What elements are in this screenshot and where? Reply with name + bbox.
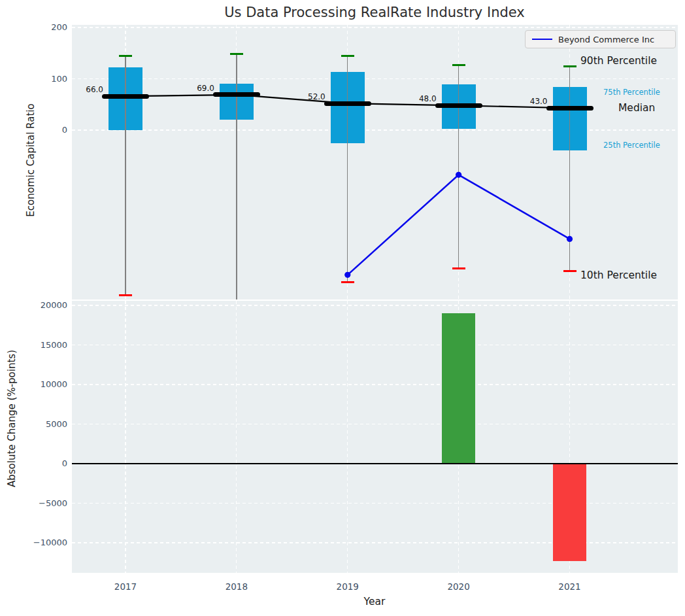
annotation-median: Median bbox=[618, 102, 655, 114]
bottom-gridline bbox=[72, 305, 678, 305]
bottom-gridline bbox=[72, 345, 678, 345]
median-value-label: 66.0 bbox=[75, 85, 103, 94]
median-value-label: 48.0 bbox=[408, 94, 437, 103]
top-y-tick-label: 0 bbox=[28, 125, 67, 135]
x-tick-label: 2021 bbox=[550, 581, 590, 592]
zero-line bbox=[72, 463, 678, 464]
figure: Us Data Processing RealRate Industry Ind… bbox=[0, 0, 685, 616]
bottom-gridline bbox=[72, 542, 678, 543]
legend-line-sample bbox=[532, 39, 552, 40]
median-bar bbox=[102, 94, 149, 99]
change-bar-negative bbox=[553, 464, 586, 561]
change-bar-positive bbox=[442, 313, 475, 464]
bottom-gridline bbox=[72, 424, 678, 424]
bottom-y-tick-label: 15000 bbox=[8, 340, 67, 351]
legend-label: Beyond Commerce Inc bbox=[558, 35, 654, 44]
top-y-tick-label: 200 bbox=[28, 22, 67, 33]
bottom-y-tick-label: 20000 bbox=[8, 300, 67, 311]
bottom-panel bbox=[72, 301, 678, 573]
x-tick-label: 2020 bbox=[439, 581, 478, 592]
bottom-y-tick-label: 5000 bbox=[8, 419, 67, 430]
median-value-label: 52.0 bbox=[297, 92, 326, 101]
company-line bbox=[348, 175, 570, 275]
company-point bbox=[344, 272, 350, 278]
bottom-gridline bbox=[72, 384, 678, 385]
median-bar bbox=[324, 101, 371, 106]
company-point bbox=[456, 172, 461, 178]
median-bar bbox=[546, 106, 593, 111]
company-point bbox=[567, 236, 573, 242]
legend: Beyond Commerce Inc bbox=[525, 30, 676, 48]
bottom-y-tick-label: −10000 bbox=[8, 538, 67, 548]
bottom-gridline-vertical bbox=[236, 301, 237, 573]
bottom-gridline-vertical bbox=[347, 301, 348, 573]
bottom-y-tick-label: 0 bbox=[8, 458, 67, 469]
x-tick-label: 2019 bbox=[328, 581, 367, 592]
bottom-y-tick-label: 10000 bbox=[8, 379, 67, 390]
median-bar bbox=[213, 92, 260, 97]
x-tick-label: 2017 bbox=[106, 581, 145, 592]
top-y-tick-label: 100 bbox=[28, 74, 67, 84]
median-value-label: 69.0 bbox=[186, 84, 214, 93]
x-tick-label: 2018 bbox=[217, 581, 256, 592]
bottom-gridline bbox=[72, 503, 678, 504]
annotation-25th-percentile: 25th Percentile bbox=[603, 141, 660, 150]
annotation-10th-percentile: 10th Percentile bbox=[580, 269, 657, 281]
annotation-75th-percentile: 75th Percentile bbox=[603, 88, 660, 97]
bottom-y-tick-label: −5000 bbox=[8, 498, 67, 509]
median-value-label: 43.0 bbox=[519, 97, 548, 106]
chart-title: Us Data Processing RealRate Industry Ind… bbox=[224, 5, 525, 20]
annotation-90th-percentile: 90th Percentile bbox=[580, 55, 657, 67]
bottom-gridline-vertical bbox=[125, 301, 125, 573]
x-axis-label: Year bbox=[364, 596, 386, 607]
top-y-axis-label: Economic Capital Ratio bbox=[25, 103, 37, 216]
median-bar bbox=[435, 103, 482, 108]
